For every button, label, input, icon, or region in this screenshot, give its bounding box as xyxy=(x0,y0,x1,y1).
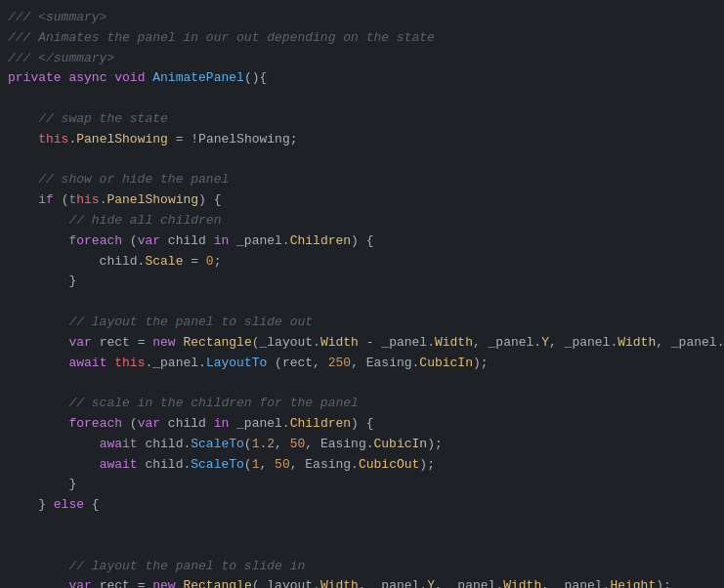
code-token xyxy=(8,231,68,252)
code-token: = xyxy=(183,252,205,273)
code-token: child. xyxy=(138,435,192,455)
code-token: rect = xyxy=(92,576,152,588)
code-line: this.PanelShowing = !PanelShowing; xyxy=(0,130,724,150)
code-token: } xyxy=(8,272,76,292)
code-token: ; xyxy=(214,252,222,273)
code-token: AnimatePanel xyxy=(152,68,244,89)
code-editor: /// <summary>/// Animates the panel in o… xyxy=(0,0,724,588)
code-token: this xyxy=(114,354,145,374)
code-token: = ! xyxy=(168,130,198,150)
code-token: (){ xyxy=(244,68,267,89)
code-token: ; xyxy=(290,130,298,150)
code-token xyxy=(106,354,114,374)
code-token: CubicOut xyxy=(359,455,419,476)
code-token: PanelShowing xyxy=(198,130,290,150)
code-token: 1 xyxy=(252,455,260,476)
code-token: _panel. xyxy=(229,231,289,252)
code-token: } xyxy=(8,475,76,495)
code-line: } xyxy=(0,475,724,495)
code-line: var rect = new Rectangle(_layout.Width, … xyxy=(0,576,724,588)
code-line: // scale in the children for the panel xyxy=(0,394,724,414)
code-token: ._panel. xyxy=(145,354,205,374)
code-token xyxy=(8,190,38,211)
code-token: , _panel. xyxy=(549,333,618,354)
code-line: } else { xyxy=(0,495,724,516)
code-token: ScaleTo xyxy=(191,455,244,476)
code-line: var rect = new Rectangle(_layout.Width -… xyxy=(0,333,724,354)
code-token: ); xyxy=(473,354,489,374)
code-line xyxy=(0,373,724,394)
code-token: , _panel. xyxy=(656,333,724,354)
code-token xyxy=(8,455,100,476)
code-line: } xyxy=(0,272,724,292)
code-token: , Easing. xyxy=(351,354,419,374)
code-token: 50 xyxy=(275,455,290,476)
code-token: , xyxy=(259,455,275,476)
code-token xyxy=(176,333,184,354)
code-token xyxy=(8,130,38,150)
code-token: CubicIn xyxy=(419,354,473,374)
code-token: Width xyxy=(503,576,541,588)
code-token: private xyxy=(8,68,68,89)
code-token: Rectangle xyxy=(183,333,251,354)
code-token: ( xyxy=(244,455,252,476)
code-line: // swap the state xyxy=(0,109,724,130)
code-token: ) { xyxy=(351,231,373,252)
code-token: (_layout. xyxy=(252,333,320,354)
code-token: var xyxy=(138,231,160,252)
code-token: , _panel. xyxy=(359,576,427,588)
code-token xyxy=(8,435,100,455)
code-token: Width xyxy=(320,576,359,588)
code-token: Height xyxy=(610,576,656,588)
code-token: // show or hide the panel xyxy=(8,170,229,190)
code-token: var xyxy=(68,576,91,588)
code-token: LayoutTo xyxy=(206,354,267,374)
code-token: await xyxy=(100,455,138,476)
code-line: foreach (var child in _panel.Children) { xyxy=(0,414,724,435)
code-token: , _panel. xyxy=(435,576,503,588)
code-token: (rect, xyxy=(267,354,327,374)
code-line: // layout the panel to slide in xyxy=(0,557,724,577)
code-token: child. xyxy=(8,252,145,273)
code-token: 250 xyxy=(328,354,351,374)
code-token: (_layout. xyxy=(252,576,320,588)
code-token xyxy=(8,333,68,354)
code-line xyxy=(0,292,724,313)
code-token: new xyxy=(152,576,175,588)
code-token: { xyxy=(84,495,100,516)
code-token: Children xyxy=(290,231,351,252)
code-token: ) { xyxy=(198,190,221,211)
code-token: // layout the panel to slide out xyxy=(8,313,313,333)
code-token: await xyxy=(100,435,138,455)
code-token: 1.2 xyxy=(252,435,275,455)
code-line: foreach (var child in _panel.Children) { xyxy=(0,231,724,252)
code-token: void xyxy=(114,68,152,89)
code-token: 50 xyxy=(290,435,306,455)
code-token: ( xyxy=(122,231,138,252)
code-line: // show or hide the panel xyxy=(0,170,724,190)
code-line xyxy=(0,89,724,109)
code-token: new xyxy=(152,333,175,354)
code-token: PanelShowing xyxy=(76,130,168,150)
code-token xyxy=(8,354,68,374)
code-token: foreach xyxy=(68,414,122,435)
code-token: 0 xyxy=(206,252,214,273)
code-line xyxy=(0,516,724,536)
code-token: ); xyxy=(427,435,443,455)
code-token: in xyxy=(214,231,230,252)
code-line: if (this.PanelShowing) { xyxy=(0,190,724,211)
code-token: in xyxy=(214,414,230,435)
code-token: , _panel. xyxy=(541,576,610,588)
code-token: Y xyxy=(427,576,435,588)
code-token: Width xyxy=(618,333,656,354)
code-token: child xyxy=(160,231,214,252)
code-line: await child.ScaleTo(1.2, 50, Easing.Cubi… xyxy=(0,435,724,455)
code-token: , xyxy=(275,435,290,455)
code-token: var xyxy=(138,414,160,435)
code-line: /// Animates the panel in our out depend… xyxy=(0,28,724,49)
code-token: ); xyxy=(656,576,671,588)
code-token: // swap the state xyxy=(8,109,168,130)
code-token: if xyxy=(38,190,54,211)
code-token: ScaleTo xyxy=(191,435,244,455)
code-token: async xyxy=(68,68,114,89)
